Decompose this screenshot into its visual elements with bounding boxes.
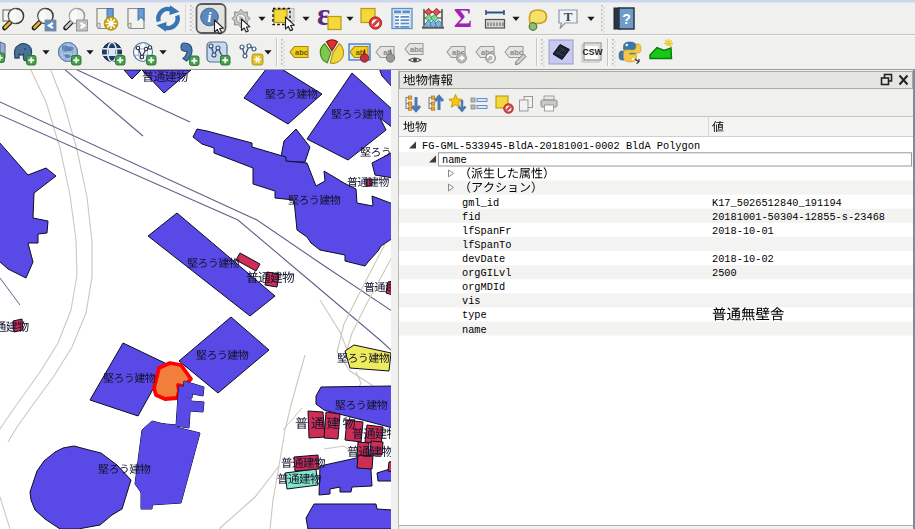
- svg-text:2500: 2500: [712, 267, 737, 279]
- svg-text:orgMDId: orgMDId: [462, 281, 505, 293]
- svg-text:i: i: [208, 10, 212, 25]
- svg-text:abc: abc: [410, 45, 423, 54]
- svg-text:20181001-50304-12855-s-23468: 20181001-50304-12855-s-23468: [712, 211, 885, 223]
- svg-text:K17_5026512840_191194: K17_5026512840_191194: [712, 197, 842, 209]
- svg-text:lfSpanFr: lfSpanFr: [462, 225, 511, 237]
- svg-text:abc: abc: [295, 48, 308, 57]
- svg-text:name: name: [442, 154, 467, 166]
- svg-text:FG-GML-533945-BldA-20181001-00: FG-GML-533945-BldA-20181001-0002 BldA Po…: [422, 140, 700, 152]
- svg-text:abc: abc: [510, 48, 523, 57]
- svg-text:lfSpanTo: lfSpanTo: [462, 239, 511, 251]
- svg-text:2018-10-01: 2018-10-01: [712, 225, 774, 237]
- svg-text:type: type: [462, 309, 487, 321]
- svg-text:vis: vis: [462, 295, 481, 307]
- svg-text:?: ?: [622, 11, 631, 27]
- svg-text:fid: fid: [462, 211, 481, 223]
- svg-text:orgGILvl: orgGILvl: [462, 267, 511, 279]
- svg-text:name: name: [462, 324, 487, 336]
- svg-text:devDate: devDate: [462, 253, 505, 265]
- svg-text:T: T: [564, 9, 573, 24]
- svg-text:Σ: Σ: [454, 2, 472, 33]
- svg-text:gml_id: gml_id: [462, 197, 499, 209]
- svg-text:CSW: CSW: [583, 47, 604, 57]
- svg-text:2018-10-02: 2018-10-02: [712, 253, 774, 265]
